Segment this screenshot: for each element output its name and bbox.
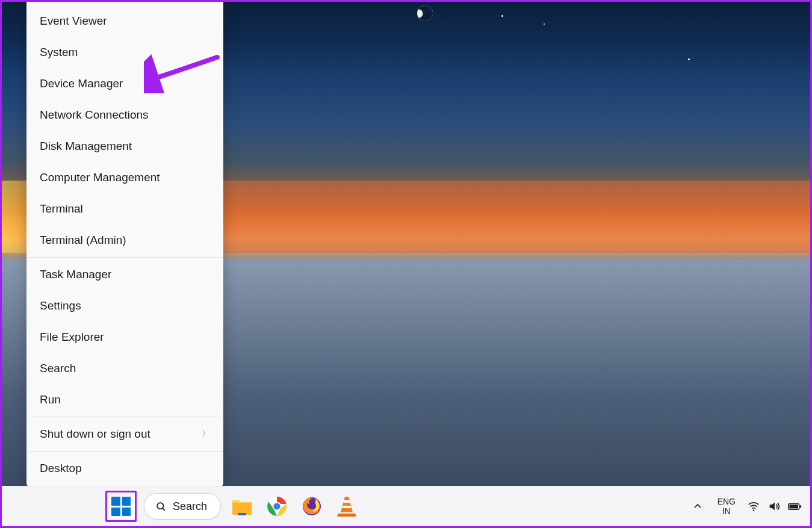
svg-rect-7 bbox=[344, 500, 350, 503]
taskbar-search[interactable]: Search bbox=[144, 493, 221, 520]
svg-rect-8 bbox=[342, 506, 351, 508]
moon-icon bbox=[415, 3, 435, 23]
menu-item-desktop[interactable]: Desktop bbox=[26, 453, 223, 484]
svg-point-9 bbox=[753, 509, 755, 511]
menu-item-label: Terminal bbox=[40, 202, 83, 216]
menu-item-label: System bbox=[40, 46, 78, 59]
search-label: Search bbox=[173, 500, 207, 513]
firefox-icon bbox=[302, 496, 322, 517]
menu-item-computer-management[interactable]: Computer Management bbox=[26, 162, 223, 193]
star-icon bbox=[688, 58, 690, 60]
battery-icon bbox=[787, 500, 802, 513]
volume-button[interactable] bbox=[767, 499, 781, 514]
chevron-up-icon bbox=[693, 502, 702, 511]
lang-top: ENG bbox=[717, 497, 736, 506]
wifi-button[interactable] bbox=[746, 499, 761, 514]
chrome-icon bbox=[267, 496, 287, 517]
menu-item-label: Network Connections bbox=[40, 108, 149, 122]
menu-item-disk-management[interactable]: Disk Management bbox=[26, 131, 223, 162]
menu-item-terminal[interactable]: Terminal bbox=[26, 193, 223, 225]
menu-item-event-viewer[interactable]: Event Viewer bbox=[26, 5, 223, 37]
vlc-cone-icon bbox=[337, 495, 356, 517]
menu-item-label: Shut down or sign out bbox=[40, 427, 150, 441]
svg-rect-12 bbox=[789, 505, 798, 508]
windows-logo-icon bbox=[111, 497, 131, 516]
taskbar-left: Search bbox=[105, 491, 361, 522]
star-icon bbox=[544, 23, 545, 25]
menu-item-shutdown-signout[interactable]: Shut down or sign out 〉 bbox=[26, 418, 223, 450]
menu-item-search[interactable]: Search bbox=[26, 353, 223, 384]
menu-item-label: Search bbox=[40, 362, 76, 375]
star-icon bbox=[501, 15, 503, 17]
svg-point-5 bbox=[273, 503, 280, 509]
svg-point-0 bbox=[157, 503, 163, 509]
menu-item-label: File Explorer bbox=[40, 331, 104, 344]
winx-context-menu: Event Viewer System Device Manager Netwo… bbox=[26, 2, 223, 488]
svg-rect-2 bbox=[238, 513, 246, 515]
chevron-right-icon: 〉 bbox=[202, 429, 210, 439]
menu-separator bbox=[27, 451, 223, 452]
speaker-icon bbox=[767, 500, 781, 513]
menu-item-label: Event Viewer bbox=[40, 14, 107, 28]
taskbar-right: ENG IN bbox=[689, 495, 802, 517]
svg-rect-11 bbox=[800, 505, 802, 508]
menu-item-task-manager[interactable]: Task Manager bbox=[26, 259, 223, 290]
menu-item-network-connections[interactable]: Network Connections bbox=[26, 99, 223, 131]
menu-item-label: Disk Management bbox=[40, 140, 132, 153]
menu-item-run[interactable]: Run bbox=[26, 384, 223, 415]
chrome-app[interactable] bbox=[263, 492, 291, 520]
search-icon bbox=[155, 501, 167, 512]
menu-item-label: Run bbox=[40, 393, 61, 406]
tray-overflow-button[interactable] bbox=[689, 497, 707, 515]
menu-item-label: Task Manager bbox=[40, 268, 111, 281]
menu-item-system[interactable]: System bbox=[26, 37, 223, 68]
system-tray bbox=[746, 499, 802, 514]
menu-item-device-manager[interactable]: Device Manager bbox=[26, 68, 223, 99]
folder-icon bbox=[231, 497, 253, 516]
svg-line-1 bbox=[163, 508, 165, 511]
lang-bottom: IN bbox=[722, 506, 731, 516]
wifi-icon bbox=[747, 500, 760, 513]
language-indicator[interactable]: ENG IN bbox=[714, 495, 739, 517]
menu-item-label: Desktop bbox=[40, 462, 82, 475]
vlc-app[interactable] bbox=[333, 492, 361, 520]
menu-separator bbox=[27, 257, 223, 258]
file-explorer-app[interactable] bbox=[228, 492, 256, 520]
menu-separator bbox=[27, 417, 223, 417]
menu-item-file-explorer[interactable]: File Explorer bbox=[26, 321, 223, 353]
menu-item-terminal-admin[interactable]: Terminal (Admin) bbox=[26, 225, 223, 256]
battery-button[interactable] bbox=[787, 499, 802, 514]
menu-item-settings[interactable]: Settings bbox=[26, 290, 223, 321]
menu-item-label: Device Manager bbox=[40, 77, 123, 90]
taskbar: Search bbox=[2, 486, 810, 526]
start-button[interactable] bbox=[105, 491, 137, 522]
menu-item-label: Terminal (Admin) bbox=[40, 234, 126, 247]
menu-item-label: Computer Management bbox=[40, 171, 160, 184]
menu-item-label: Settings bbox=[40, 299, 81, 312]
firefox-app[interactable] bbox=[298, 492, 326, 520]
